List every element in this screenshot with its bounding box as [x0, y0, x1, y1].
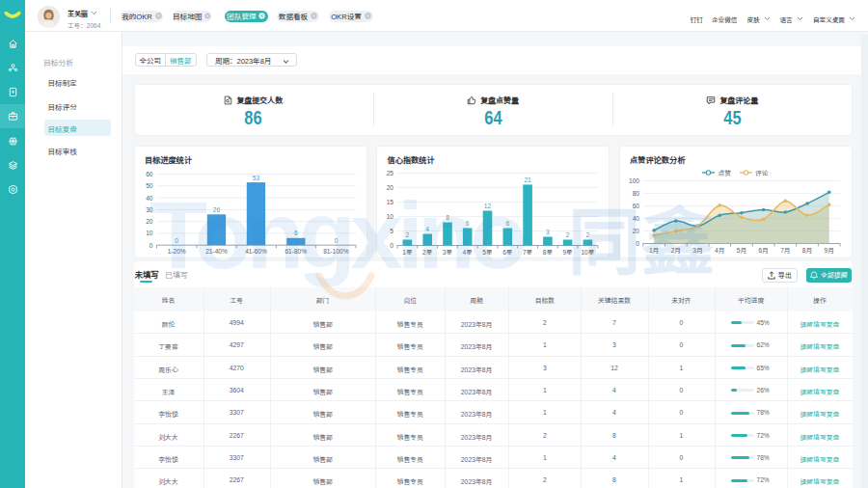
svg-text:0: 0	[636, 240, 639, 247]
svg-text:5星: 5星	[482, 249, 493, 256]
svg-text:40: 40	[146, 195, 153, 202]
svg-text:21-40%: 21-40%	[205, 248, 228, 255]
svg-text:4: 4	[425, 226, 429, 232]
svg-text:50: 50	[146, 182, 153, 189]
svg-text:0: 0	[390, 242, 393, 249]
svg-text:0: 0	[175, 237, 178, 244]
svg-text:30: 30	[146, 206, 153, 213]
svg-text:2: 2	[406, 231, 410, 238]
svg-text:10星: 10星	[581, 249, 594, 256]
svg-text:5: 5	[390, 228, 393, 234]
svg-text:100: 100	[628, 177, 638, 184]
svg-text:6月: 6月	[758, 247, 768, 255]
svg-text:7月: 7月	[780, 247, 790, 255]
svg-text:0: 0	[149, 242, 152, 249]
svg-text:21: 21	[524, 176, 531, 183]
svg-text:3: 3	[546, 229, 550, 235]
svg-text:6: 6	[466, 220, 470, 227]
svg-text:53: 53	[252, 175, 259, 181]
svg-text:2星: 2星	[422, 249, 433, 256]
svg-text:0: 0	[334, 237, 338, 244]
svg-text:8: 8	[446, 214, 449, 221]
svg-text:4星: 4星	[463, 249, 474, 256]
svg-text:60: 60	[146, 171, 153, 177]
svg-text:2: 2	[566, 231, 570, 238]
svg-text:1-20%: 1-20%	[167, 248, 185, 255]
svg-text:2: 2	[586, 231, 590, 238]
svg-text:2月: 2月	[670, 247, 680, 255]
svg-text:3月: 3月	[692, 247, 702, 255]
svg-text:61-80%: 61-80%	[285, 248, 307, 255]
svg-text:6: 6	[293, 230, 297, 236]
svg-text:7星: 7星	[523, 249, 533, 256]
svg-text:12: 12	[484, 203, 492, 209]
svg-text:1星: 1星	[402, 249, 413, 256]
svg-text:80: 80	[632, 190, 639, 197]
svg-text:10: 10	[146, 230, 153, 236]
svg-text:8月: 8月	[801, 247, 811, 255]
svg-text:5月: 5月	[736, 247, 746, 255]
svg-text:41-60%: 41-60%	[245, 248, 267, 255]
svg-text:20: 20	[387, 184, 394, 191]
svg-text:40: 40	[632, 215, 639, 222]
svg-text:1月: 1月	[648, 247, 658, 255]
svg-text:3星: 3星	[443, 249, 453, 256]
svg-text:6: 6	[505, 220, 509, 227]
svg-text:20: 20	[632, 228, 639, 234]
svg-text:9星: 9星	[562, 249, 573, 256]
svg-text:26: 26	[212, 206, 220, 213]
svg-text:81-100%: 81-100%	[323, 248, 349, 255]
svg-text:6星: 6星	[502, 249, 513, 256]
svg-text:10: 10	[387, 213, 394, 220]
svg-text:25: 25	[387, 170, 394, 176]
svg-text:8星: 8星	[543, 249, 554, 256]
svg-text:4月: 4月	[715, 247, 724, 255]
svg-text:9月: 9月	[824, 247, 833, 255]
svg-text:15: 15	[387, 199, 394, 205]
svg-text:20: 20	[146, 218, 153, 225]
svg-text:60: 60	[632, 203, 639, 209]
